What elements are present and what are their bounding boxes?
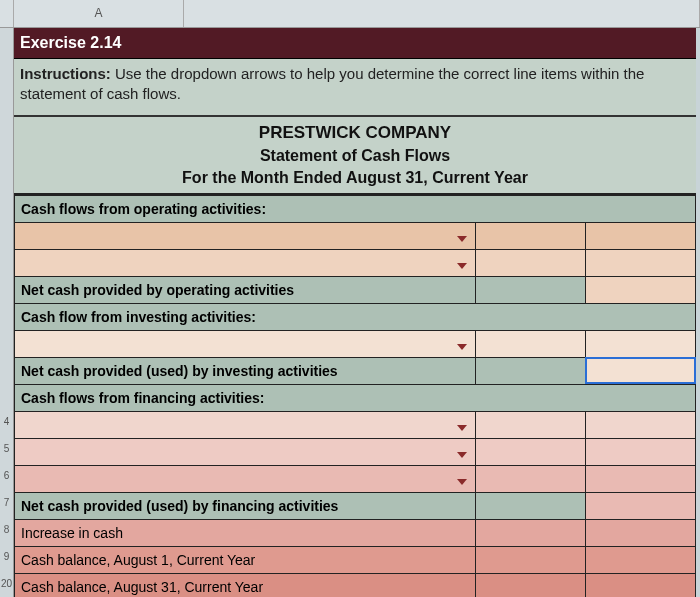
operating-item-dropdown[interactable] [15, 222, 476, 249]
value-cell[interactable] [585, 465, 695, 492]
statement-heading: PRESTWICK COMPANY Statement of Cash Flow… [14, 117, 696, 195]
column-header-row: A [0, 0, 700, 28]
investing-header: Cash flow from investing activities: [15, 303, 696, 330]
table-row [15, 222, 696, 249]
table-row: Cash balance, August 31, Current Year [15, 573, 696, 597]
value-cell[interactable] [475, 330, 585, 357]
table-row: Net cash provided (used) by financing ac… [15, 492, 696, 519]
operating-item-dropdown[interactable] [15, 249, 476, 276]
chevron-down-icon [457, 344, 467, 350]
beginning-balance-label: Cash balance, August 1, Current Year [15, 546, 476, 573]
value-cell[interactable] [585, 276, 695, 303]
financing-item-dropdown[interactable] [15, 438, 476, 465]
row-num[interactable]: 9 [0, 543, 13, 570]
value-cell[interactable] [475, 249, 585, 276]
chevron-down-icon [457, 236, 467, 242]
table-row: Net cash provided (used) by investing ac… [15, 357, 696, 384]
value-cell[interactable] [585, 573, 695, 597]
financing-item-dropdown[interactable] [15, 411, 476, 438]
table-row: Net cash provided by operating activitie… [15, 276, 696, 303]
row-num[interactable]: 5 [0, 435, 13, 462]
operating-net-label: Net cash provided by operating activitie… [15, 276, 476, 303]
chevron-down-icon [457, 452, 467, 458]
table-row [15, 249, 696, 276]
instructions-text: Use the dropdown arrows to help you dete… [20, 65, 644, 102]
table-row: Cash flow from investing activities: [15, 303, 696, 330]
value-cell[interactable] [475, 222, 585, 249]
value-cell[interactable] [585, 519, 695, 546]
value-cell[interactable] [585, 411, 695, 438]
table-row: Cash flows from financing activities: [15, 384, 696, 411]
value-cell[interactable] [475, 357, 585, 384]
investing-item-dropdown[interactable] [15, 330, 476, 357]
operating-header: Cash flows from operating activities: [15, 195, 696, 222]
table-row [15, 330, 696, 357]
row-num[interactable]: 6 [0, 462, 13, 489]
table-row: Increase in cash [15, 519, 696, 546]
value-cell[interactable] [585, 492, 695, 519]
row-num[interactable]: 8 [0, 516, 13, 543]
table-row [15, 411, 696, 438]
chevron-down-icon [457, 479, 467, 485]
value-cell[interactable] [475, 411, 585, 438]
statement-title: Statement of Cash Flows [14, 143, 696, 165]
instructions-block: Instructions: Use the dropdown arrows to… [14, 59, 696, 117]
value-cell[interactable] [585, 546, 695, 573]
statement-period: For the Month Ended August 31, Current Y… [14, 165, 696, 193]
value-cell[interactable] [585, 249, 695, 276]
company-name: PRESTWICK COMPANY [14, 117, 696, 143]
financing-net-label: Net cash provided (used) by financing ac… [15, 492, 476, 519]
column-header-a[interactable]: A [14, 0, 184, 27]
row-num[interactable]: 7 [0, 489, 13, 516]
table-row: Cash flows from operating activities: [15, 195, 696, 222]
financing-item-dropdown[interactable] [15, 465, 476, 492]
value-cell[interactable] [475, 276, 585, 303]
value-cell[interactable] [475, 465, 585, 492]
ending-balance-label: Cash balance, August 31, Current Year [15, 573, 476, 597]
value-cell[interactable] [585, 330, 695, 357]
row-number-gutter: 4 5 6 7 8 9 20 [0, 28, 14, 597]
column-header-rest [184, 0, 700, 27]
instructions-label: Instructions: [20, 65, 111, 82]
value-cell[interactable] [585, 438, 695, 465]
table-row: Cash balance, August 1, Current Year [15, 546, 696, 573]
row-num[interactable]: 4 [0, 408, 13, 435]
cash-flow-table: Cash flows from operating activities: Ne… [14, 195, 696, 598]
table-row [15, 465, 696, 492]
corner-cell [0, 0, 14, 27]
value-cell[interactable] [585, 222, 695, 249]
value-cell[interactable] [475, 438, 585, 465]
table-row [15, 438, 696, 465]
investing-net-label: Net cash provided (used) by investing ac… [15, 357, 476, 384]
value-cell[interactable] [475, 546, 585, 573]
value-cell[interactable] [475, 519, 585, 546]
increase-in-cash-label: Increase in cash [15, 519, 476, 546]
chevron-down-icon [457, 425, 467, 431]
chevron-down-icon [457, 263, 467, 269]
financing-header: Cash flows from financing activities: [15, 384, 696, 411]
value-cell[interactable] [475, 492, 585, 519]
value-cell[interactable] [475, 573, 585, 597]
exercise-title: Exercise 2.14 [14, 28, 696, 59]
value-cell-selected[interactable] [585, 357, 695, 384]
row-num[interactable]: 20 [0, 570, 13, 597]
